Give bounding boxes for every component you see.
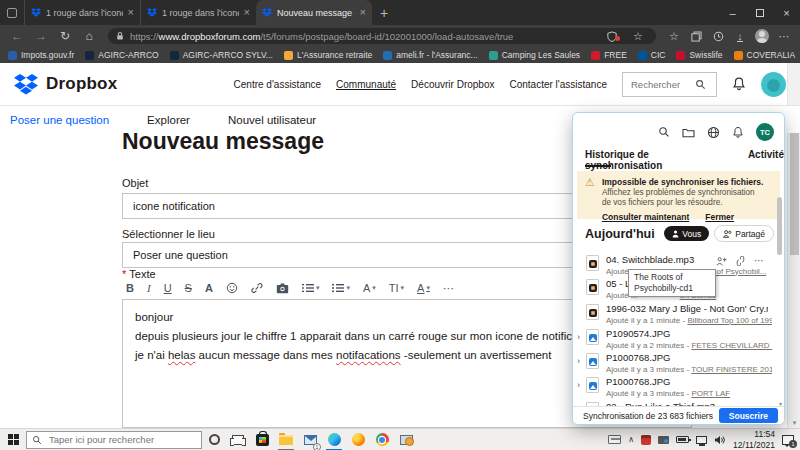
bookmark-item[interactable]: ameli.fr - l'Assuranc... [383,50,477,60]
filter-you-pill[interactable]: Vous [664,226,709,241]
mail-app-icon[interactable]: 1 [298,429,322,450]
insert-photo-button[interactable] [276,283,289,294]
home-icon[interactable]: ⌂ [78,29,100,43]
bookmark-item[interactable]: Swisslife [676,50,722,60]
window-minimize-button[interactable]: – [719,0,746,25]
window-close-button[interactable]: × [773,0,800,25]
display-tray-icon[interactable] [658,436,669,444]
firefox-icon[interactable] [346,429,370,450]
favorites-bar-icon[interactable]: ☆ [664,30,684,43]
cortana-icon[interactable] [202,429,226,450]
bullet-list-button[interactable]: ▾ [332,283,350,293]
expand-chevron-icon[interactable]: › [577,380,580,390]
search-icon[interactable] [658,126,670,138]
bookmark-item[interactable]: FREE [591,50,627,60]
browser-tab-1[interactable]: 1 rouge dans l'icone dropbox - D × [24,0,140,25]
file-row[interactable]: › P1090574.JPG Ajouté il y a 2 minutes -… [573,328,778,352]
outlook-icon[interactable] [394,429,418,450]
toolbar-more-button[interactable]: ⋯ [443,282,454,295]
window-maximize-button[interactable] [746,0,773,25]
file-folder-link[interactable]: FETES CHEVILLARD 2015 [691,341,772,350]
tab-close-icon[interactable]: × [244,7,250,18]
globe-icon[interactable] [707,126,720,139]
bell-icon[interactable] [732,126,744,139]
touch-keyboard-icon[interactable] [608,435,621,444]
file-row[interactable]: › P1000768.JPG Ajouté il y a 3 minutes -… [573,352,778,376]
site-search-input[interactable] [629,78,691,91]
dropbox-logo-icon[interactable] [14,74,38,95]
file-title[interactable]: P1090574.JPG [606,328,768,339]
network-icon[interactable] [696,436,707,444]
subscribe-button[interactable]: Souscrire [719,408,778,423]
file-explorer-icon[interactable] [274,429,298,450]
expand-chevron-icon[interactable]: › [577,356,580,366]
favorite-star-icon[interactable]: ☆ [628,30,648,43]
file-title[interactable]: P1000768.JPG [606,376,768,387]
folder-icon[interactable] [682,127,695,138]
popup-scrollbar-thumb[interactable] [777,197,782,255]
file-title[interactable]: P1000768.JPG [606,352,768,363]
tracking-prevention-icon[interactable] [602,31,622,42]
bookmark-item[interactable]: Camping Les Saules [489,50,580,60]
brand-name[interactable]: Dropbox [46,74,117,94]
taskbar-search-input[interactable] [47,433,196,446]
filter-shared-pill[interactable]: Partagé [714,225,774,242]
ordered-list-button[interactable]: ▾ [302,283,320,293]
subnav-explorer[interactable]: Explorer [147,114,190,126]
back-icon[interactable]: ← [6,29,28,43]
underline-button[interactable]: U [164,282,172,294]
downloads-icon[interactable]: ↓ [730,31,750,42]
bookmark-item[interactable]: AGIRC-ARRCO [85,50,158,60]
collections-icon[interactable] [686,31,706,42]
copy-link-icon[interactable] [736,256,745,266]
strikethrough-button[interactable]: S [185,282,192,294]
highlight-button[interactable]: A▾ [417,282,430,294]
tab-activity[interactable]: Activité [748,149,784,171]
profile-avatar-icon[interactable] [752,29,772,43]
font-color-button[interactable]: A▾ [363,282,376,294]
nav-communaute[interactable]: Communauté [336,79,396,90]
italic-button[interactable]: I [147,282,151,294]
nav-decouvrir-dropbox[interactable]: Découvrir Dropbox [411,79,494,90]
text-size-button[interactable]: TI▾ [389,282,404,294]
file-row[interactable]: 1996-032 Mary J Blige - Not Gon' Cry.mp3… [573,303,778,327]
browser-tab-active[interactable]: Nouveau message - Dropbox Co × [256,0,372,25]
consult-now-link[interactable]: Consulter maintenant [602,212,689,222]
start-button[interactable] [0,429,26,450]
new-tab-button[interactable]: + [380,0,388,25]
forward-icon[interactable]: → [30,29,52,43]
chrome-icon[interactable] [370,429,394,450]
bookmark-item[interactable]: Impots.gouv.fr [8,50,74,60]
expand-chevron-icon[interactable]: › [577,332,580,342]
scrollbar-thumb[interactable] [790,128,799,255]
microsoft-store-icon[interactable] [250,429,274,450]
address-bar[interactable]: https://www.dropboxforum.com/t5/forums/p… [108,28,656,44]
browser-menu-icon[interactable]: ⋯ [774,30,794,43]
tab-close-icon[interactable]: × [360,7,366,18]
file-row[interactable]: › P1000768.JPG Ajouté il y a 3 minutes -… [573,376,778,400]
bookmark-item[interactable]: CIC [638,50,666,60]
file-folder-link[interactable]: Billboard Top 100 of 1996 [687,316,772,325]
account-avatar[interactable]: TC [756,123,774,141]
link-button[interactable] [251,282,263,294]
task-view-icon[interactable] [226,429,250,450]
bookmark-item[interactable]: COVERALIA [734,50,796,60]
file-title[interactable]: 1996-032 Mary J Blige - Not Gon' Cry.mp3 [606,303,768,314]
scrollbar-down-arrow[interactable]: ▾ [788,419,800,427]
bell-icon[interactable] [732,77,746,91]
emoji-button[interactable] [226,282,238,294]
taskbar-search[interactable] [26,431,202,449]
file-folder-link[interactable]: PORT LAF [691,389,730,398]
row-more-icon[interactable]: ⋯ [754,257,764,265]
taskbar-clock[interactable]: 11:5412/11/2021 [733,429,775,450]
tab-sync-history[interactable]: Historique de synchronisation [585,149,716,171]
nav-contacter-assistance[interactable]: Contacter l'assistance [509,79,607,90]
dropbox-error-tray-icon[interactable] [641,435,651,445]
tab-close-icon[interactable]: × [128,7,134,18]
volume-icon[interactable] [714,435,726,445]
battery-icon[interactable] [676,436,689,443]
share-person-icon[interactable] [716,257,727,266]
tab-actions-icon[interactable] [0,0,24,25]
edge-icon[interactable] [322,429,346,450]
site-search[interactable] [622,72,717,97]
